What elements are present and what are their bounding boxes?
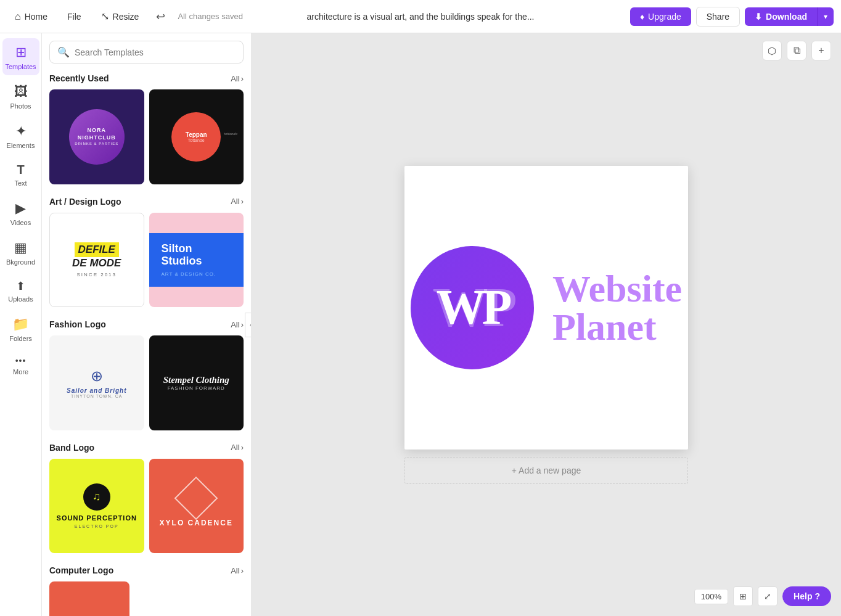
undo-icon: ↩: [156, 10, 165, 23]
topbar-right: ♦ Upgrade Share ⬇ Download ▾: [630, 7, 834, 27]
template-defile[interactable]: defile de mode SINCE 2013: [49, 213, 144, 308]
computer-logo-all-button[interactable]: All ›: [231, 566, 244, 575]
defile-inner: defile de mode SINCE 2013: [72, 242, 121, 277]
sidebar-item-background[interactable]: ▦ Bkground: [2, 234, 39, 271]
sidebar-item-videos[interactable]: ▶ Videos: [2, 194, 39, 231]
photos-icon: 🖼: [14, 84, 28, 100]
videos-icon: ▶: [15, 200, 26, 216]
defile-main: defile: [78, 244, 115, 255]
stempel-text: Stempel Clothing FASHION FORWARD: [163, 375, 229, 391]
silton-main: Silton Studios: [162, 243, 232, 268]
recently-used-grid: NORA NIGHTCLUB DRINKS & PARTIES Teppan T…: [49, 89, 244, 184]
home-icon: ⌂: [15, 11, 21, 22]
resize-label: Resize: [113, 12, 139, 22]
sidebar-item-more[interactable]: ••• More: [2, 350, 39, 380]
sound-sub: ELECTRO POP: [75, 524, 119, 528]
fashion-logo-grid: ⊕ Sailor and Bright TINYTON TOWN, CA Ste…: [49, 335, 244, 430]
nora-line2: NIGHTCLUB: [75, 134, 118, 142]
sidebar-more-label: More: [13, 368, 28, 376]
download-icon: ⬇: [755, 12, 762, 22]
add-tool-button[interactable]: +: [811, 41, 831, 60]
sidebar-item-templates[interactable]: ⊞ Templates: [2, 38, 39, 75]
help-label: Help: [794, 591, 812, 601]
sidebar-item-uploads[interactable]: ⬆ Uploads: [2, 273, 39, 308]
band-logo-all-button[interactable]: All ›: [231, 443, 244, 452]
sidebar-uploads-label: Uploads: [8, 295, 33, 303]
sidebar-item-elements[interactable]: ✦ Elements: [2, 117, 39, 154]
fashion-logo-all-button[interactable]: All ›: [231, 320, 244, 329]
saved-status: All changes saved: [178, 12, 243, 21]
canvas-area: ⬡ ⧉ + WP WP: [252, 33, 841, 616]
band-logo-section: Band Logo All › ♫ SOUND PERCEPTION ELECT…: [49, 443, 244, 554]
template-teppan[interactable]: Teppan Tottande tottande: [149, 89, 244, 184]
canvas-toolbar: ⬡ ⧉ +: [762, 41, 831, 60]
duplicate-icon: ⧉: [794, 45, 800, 56]
art-design-section: Art / Design Logo All › defile de mode S…: [49, 197, 244, 308]
fullscreen-button[interactable]: ⤢: [758, 586, 777, 606]
art-design-all-button[interactable]: All ›: [231, 197, 244, 206]
templates-icon: ⊞: [15, 44, 27, 60]
canvas-page[interactable]: WP WP Website Planet: [404, 166, 688, 450]
help-button[interactable]: Help ?: [782, 586, 831, 606]
resize-button[interactable]: ⤡ Resize: [94, 7, 147, 26]
crop-tool-button[interactable]: ⬡: [762, 41, 782, 60]
fashion-logo-header: Fashion Logo All ›: [49, 319, 244, 329]
file-button[interactable]: File: [60, 8, 89, 25]
silton-inner: Silton Studios ART & DESIGN CO.: [149, 233, 244, 287]
computer-logo-header: Computer Logo All ›: [49, 565, 244, 575]
upgrade-label: Upgrade: [648, 12, 681, 22]
sailor-sub: TINYTON TOWN, CA: [71, 394, 122, 398]
teppan-name: Teppan: [186, 131, 207, 138]
logo-wp-fg: WP: [437, 279, 509, 335]
recently-used-section: Recently Used All › NORA NIGHTCLUB DRINK…: [49, 73, 244, 184]
undo-button[interactable]: ↩: [151, 6, 170, 27]
template-nora[interactable]: NORA NIGHTCLUB DRINKS & PARTIES: [49, 89, 144, 184]
search-input[interactable]: [75, 47, 236, 57]
fashion-logo-section: Fashion Logo All › ⊕ Sailor and Bright T…: [49, 319, 244, 430]
template-silton[interactable]: Silton Studios ART & DESIGN CO.: [149, 213, 244, 308]
recently-used-all-button[interactable]: All ›: [231, 74, 244, 83]
sidebar-item-photos[interactable]: 🖼 Photos: [2, 78, 39, 115]
download-button[interactable]: ⬇ Download: [745, 7, 817, 26]
collapse-panel-handle[interactable]: ‹: [245, 313, 252, 337]
sidebar-item-folders[interactable]: 📁 Folders: [2, 310, 39, 347]
nora-circle: NORA NIGHTCLUB DRINKS & PARTIES: [69, 109, 125, 165]
uploads-icon: ⬆: [16, 279, 25, 293]
folders-icon: 📁: [12, 316, 29, 332]
background-icon: ▦: [14, 240, 27, 256]
download-label: Download: [766, 12, 807, 22]
share-button[interactable]: Share: [696, 7, 740, 27]
sailor-main: Sailor and Bright: [67, 387, 127, 394]
home-button[interactable]: ⌂ Home: [7, 7, 55, 26]
sailor-icon: ⊕: [91, 368, 103, 385]
recently-used-header: Recently Used All ›: [49, 73, 244, 83]
grid-icon: ⊞: [739, 591, 747, 601]
document-title: architecture is a visual art, and the bu…: [307, 12, 535, 22]
resize-icon: ⤡: [101, 10, 109, 22]
logo-circle-wrap: WP WP: [411, 246, 534, 369]
sound-main: SOUND PERCEPTION: [57, 514, 137, 522]
chevron-right-icon: ›: [241, 197, 244, 206]
template-computer-1[interactable]: [49, 581, 129, 616]
sidebar-item-text[interactable]: T Text: [2, 157, 39, 192]
stempel-main: Stempel Clothing: [163, 375, 229, 385]
crown-icon: ♦: [640, 12, 644, 22]
duplicate-tool-button[interactable]: ⧉: [787, 41, 806, 60]
defile-main2: de mode: [72, 257, 121, 269]
chevron-right-icon: ›: [241, 320, 244, 329]
template-sound[interactable]: ♫ SOUND PERCEPTION ELECTRO POP: [49, 459, 144, 554]
elements-icon: ✦: [15, 123, 27, 139]
crop-icon: ⬡: [768, 45, 776, 57]
template-sailor[interactable]: ⊕ Sailor and Bright TINYTON TOWN, CA: [49, 335, 144, 430]
grid-view-button[interactable]: ⊞: [733, 586, 753, 606]
computer-logo-grid: [49, 581, 244, 616]
text-icon: T: [17, 163, 24, 177]
more-icon: •••: [15, 356, 27, 366]
upgrade-button[interactable]: ♦ Upgrade: [630, 7, 691, 26]
add-page-button[interactable]: + Add a new page: [404, 457, 688, 484]
fashion-logo-title: Fashion Logo: [49, 319, 106, 329]
art-design-title: Art / Design Logo: [49, 197, 121, 207]
download-chevron-button[interactable]: ▾: [817, 7, 834, 26]
template-xylo[interactable]: XYLO CADENCE: [149, 459, 244, 554]
template-stempel[interactable]: Stempel Clothing FASHION FORWARD: [149, 335, 244, 430]
